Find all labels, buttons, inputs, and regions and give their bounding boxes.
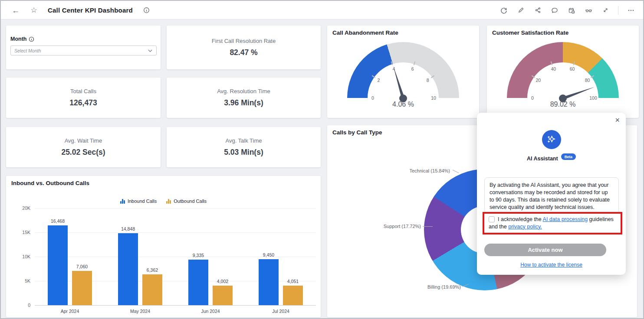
edit-icon[interactable] (516, 6, 525, 15)
abandonment-gauge: 4.06 % 0246810 (347, 42, 459, 115)
gauge-tick-label: 60 (570, 66, 575, 72)
beta-badge: Beta (561, 153, 576, 160)
ai-data-processing-link[interactable]: AI data processing (543, 216, 588, 222)
satisfaction-gauge: 89.02 % 020406080100 (507, 42, 619, 115)
kpi-label: Total Calls (70, 88, 96, 94)
bar-inbound-calls: 14,848 (118, 233, 138, 305)
x-axis-tick: Jun 2024 (175, 309, 246, 314)
pie-label-support: Support (17.72%) (370, 224, 421, 229)
gauge-tick-label: 2 (377, 78, 380, 83)
share-icon[interactable] (533, 6, 542, 15)
kpi-value: 126,473 (69, 98, 97, 107)
kpi-card-avg-wait-time: Avg. Wait Time 25.02 Sec(s) (6, 127, 161, 167)
bar-value-label: 14,848 (121, 226, 135, 231)
acknowledge-checkbox[interactable] (489, 216, 495, 222)
bar-outbound-calls: 6,362 (142, 274, 162, 305)
kpi-value: 82.47 % (230, 48, 257, 57)
kpi-label: Avg. Talk Time (225, 137, 262, 144)
bar-group: 14,8486,362May 2024 (105, 208, 175, 305)
dashboard-window: ← ☆ Call Center KPI Dashboard (0, 0, 644, 319)
month-info-icon (29, 36, 34, 42)
pie-label-billing: Billing (19.69%) (405, 284, 461, 290)
page-title: Call Center KPI Dashboard (48, 7, 133, 14)
more-options-icon[interactable] (627, 6, 635, 15)
gauge-tick-mark (573, 62, 575, 65)
kpi-label: Avg. Wait Time (65, 137, 102, 144)
month-select-placeholder: Select Month (14, 48, 41, 53)
fullscreen-icon[interactable] (601, 6, 610, 15)
bar-group: 9,4504,051Jul 2024 (246, 208, 316, 305)
chart-title: Customer Satisfaction Rate (492, 29, 568, 36)
gauge-tick-mark (532, 75, 535, 78)
ack-text-1: I acknowledge the (498, 216, 543, 222)
y-axis-tick: 10K (22, 254, 30, 259)
bar-inbound-calls: 9,450 (259, 259, 279, 305)
chart-title: Inbound vs. Outbound Calls (11, 180, 89, 186)
gauge-tick-mark (414, 62, 416, 65)
top-toolbar: ← ☆ Call Center KPI Dashboard (1, 1, 643, 20)
gauge-tick-label: 8 (427, 78, 429, 83)
gauge-value: 4.06 % (347, 101, 459, 108)
bar-outbound-calls: 7,060 (72, 271, 92, 305)
month-filter-card: Month Select Month (6, 26, 161, 69)
refresh-icon[interactable] (499, 6, 508, 15)
activate-now-button[interactable]: Activate now (484, 244, 606, 256)
chart-title: Calls by Call Type (332, 129, 382, 136)
gauge-tick-label: 0 (371, 95, 374, 101)
close-icon[interactable]: × (615, 116, 620, 124)
gridline (35, 305, 316, 306)
how-to-activate-license-link[interactable]: How to activate the license (520, 262, 582, 268)
kpi-value: 25.02 Sec(s) (61, 148, 105, 157)
kpi-value: 3.96 Min(s) (224, 98, 263, 107)
x-axis-tick: Apr 2024 (35, 309, 105, 314)
gauge-tick-label: 40 (551, 66, 556, 72)
bar-value-label: 6,362 (147, 267, 158, 273)
chart-title: Call Abandonment Rate (332, 29, 398, 36)
gauge-value: 89.02 % (507, 101, 619, 108)
y-axis-tick: 0 (28, 303, 30, 308)
ai-assistant-icon (542, 130, 561, 149)
back-icon[interactable]: ← (11, 6, 20, 15)
y-axis-tick: 5K (25, 278, 30, 283)
comment-icon[interactable] (550, 6, 559, 15)
bar-value-label: 9,450 (263, 252, 274, 257)
info-icon[interactable] (142, 6, 151, 15)
ai-assistant-popup: × AI Assistant Beta By activating the AI… (477, 113, 626, 275)
kpi-card-avg-talk-time: Avg. Talk Time 5.03 Min(s) (167, 127, 321, 167)
gauge-tick-label: 10 (431, 95, 436, 101)
gauge-tick-label: 6 (411, 66, 414, 72)
gauge-tick-mark (372, 75, 375, 78)
gauge-tick-label: 0 (531, 95, 534, 101)
legend-label: Inbound Calls (128, 199, 157, 204)
pie-leader-line (423, 226, 433, 227)
inbound-legend-icon (120, 199, 125, 204)
legend-label: Outbound Calls (174, 199, 207, 204)
gauge-tick-label: 80 (585, 78, 590, 83)
legend-item-inbound[interactable]: Inbound Calls (120, 199, 157, 204)
gauge-tick-mark (431, 75, 434, 78)
bar-outbound-calls: 4,002 (213, 286, 233, 305)
month-select[interactable]: Select Month (10, 46, 157, 55)
kpi-card-first-call-resolution: First Call Resolution Rate 82.47 % (167, 26, 321, 69)
kpi-card-avg-resolution-time: Avg. Resolution Time 3.96 Min(s) (167, 78, 321, 118)
legend-item-outbound[interactable]: Outbound Calls (166, 199, 207, 204)
ai-assistant-title: AI Assistant (527, 156, 558, 162)
privacy-policy-link[interactable]: privacy policy. (508, 224, 542, 230)
bar-group: 16,4687,060Apr 2024 (35, 208, 105, 305)
kpi-value: 5.03 Min(s) (224, 148, 263, 157)
y-axis-tick: 20K (22, 205, 30, 211)
pie-label-technical: Technical (15.84%) (389, 168, 450, 173)
view-glasses-icon[interactable] (584, 6, 593, 15)
kpi-card-total-calls: Total Calls 126,473 (6, 78, 161, 118)
inbound-outbound-chart-card: Inbound vs. Outbound Calls Inbound Calls… (6, 176, 321, 317)
bar-group: 9,3354,002Jun 2024 (175, 208, 246, 305)
ai-disclaimer-panel: By activating the AI Assistant, you agre… (484, 177, 619, 214)
favorite-star-icon[interactable]: ☆ (30, 6, 38, 15)
chevron-down-icon (148, 48, 153, 53)
month-filter-label: Month (10, 36, 26, 42)
schedule-icon[interactable] (567, 6, 576, 15)
gauge-tick-mark (551, 62, 553, 65)
kpi-label: Avg. Resolution Time (217, 88, 270, 94)
bar-value-label: 7,060 (76, 264, 88, 269)
bar-value-label: 9,335 (193, 253, 204, 258)
